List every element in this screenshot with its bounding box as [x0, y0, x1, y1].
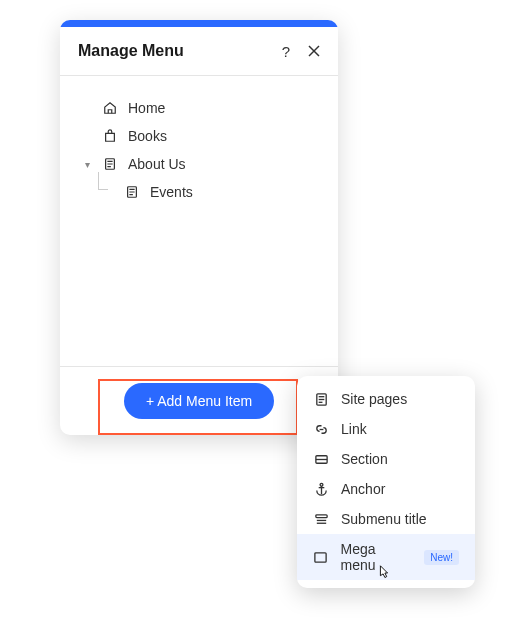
svg-rect-23: [315, 552, 326, 561]
tree-item-events[interactable]: Events: [74, 178, 324, 206]
submenu-icon: [313, 511, 329, 527]
tree-item-books[interactable]: Books: [74, 122, 324, 150]
dropdown-item-anchor[interactable]: Anchor: [297, 474, 475, 504]
svg-rect-20: [315, 514, 326, 517]
page-icon: [102, 156, 118, 172]
dropdown-item-label: Site pages: [341, 391, 407, 407]
dropdown-item-link[interactable]: Link: [297, 414, 475, 444]
tree-connector: [98, 172, 108, 190]
dropdown-item-section[interactable]: Section: [297, 444, 475, 474]
section-icon: [313, 451, 329, 467]
panel-body: Home Books ▾ About Us Events: [60, 76, 338, 366]
home-icon: [102, 100, 118, 116]
tree-item-label: Events: [150, 184, 193, 200]
help-icon[interactable]: ?: [282, 43, 290, 60]
page-icon: [313, 391, 329, 407]
header-actions: ?: [282, 43, 320, 60]
tree-item-label: Home: [128, 100, 165, 116]
dropdown-item-submenu-title[interactable]: Submenu title: [297, 504, 475, 534]
tree-item-home[interactable]: Home: [74, 94, 324, 122]
tree-item-label: Books: [128, 128, 167, 144]
panel-accent-bar: [60, 20, 338, 27]
page-icon: [124, 184, 140, 200]
tree-item-about[interactable]: ▾ About Us: [74, 150, 324, 178]
new-badge: New!: [424, 550, 459, 565]
bag-icon: [102, 128, 118, 144]
cursor-icon: [375, 564, 393, 582]
add-menu-item-button[interactable]: + Add Menu Item: [124, 383, 274, 419]
dropdown-item-label: Anchor: [341, 481, 385, 497]
tree-item-label: About Us: [128, 156, 186, 172]
dropdown-item-label: Submenu title: [341, 511, 427, 527]
dropdown-item-label: Section: [341, 451, 388, 467]
dropdown-item-label: Link: [341, 421, 367, 437]
close-icon[interactable]: [308, 45, 320, 57]
panel-title: Manage Menu: [78, 42, 184, 60]
mega-menu-icon: [313, 549, 329, 565]
manage-menu-panel: Manage Menu ? Home Books ▾: [60, 20, 338, 435]
link-icon: [313, 421, 329, 437]
chevron-down-icon[interactable]: ▾: [82, 159, 92, 170]
add-item-dropdown: Site pages Link Section Anchor Submenu t…: [297, 376, 475, 588]
anchor-icon: [313, 481, 329, 497]
svg-point-17: [320, 483, 323, 486]
panel-header: Manage Menu ?: [60, 27, 338, 76]
dropdown-item-site-pages[interactable]: Site pages: [297, 384, 475, 414]
